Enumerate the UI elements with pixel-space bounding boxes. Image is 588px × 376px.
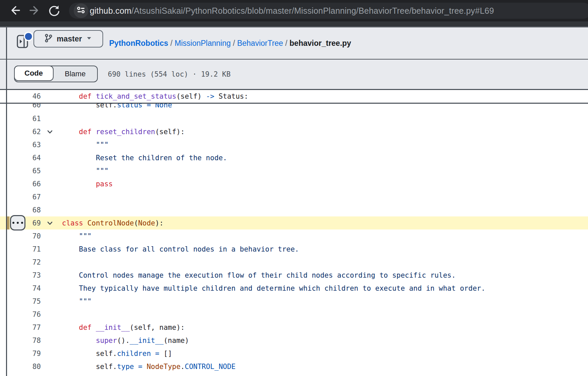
- code-line-text: """: [62, 229, 92, 243]
- code-token: def: [79, 323, 92, 332]
- code-token: CONTROL_NODE: [185, 363, 236, 371]
- forward-arrow-icon: [28, 4, 41, 18]
- reload-button[interactable]: [48, 4, 61, 18]
- code-token: __init__: [96, 323, 130, 332]
- code-row-76: 76: [0, 308, 588, 321]
- breadcrumb-item-pythonrobotics[interactable]: PythonRobotics: [109, 39, 168, 48]
- code-line-text: """: [62, 138, 108, 151]
- line-menu-button[interactable]: [10, 215, 25, 230]
- forward-button[interactable]: [28, 4, 42, 18]
- code-row-68: 68: [0, 203, 588, 216]
- branch-selector[interactable]: master: [33, 30, 103, 48]
- code-line-text: self.type = NodeType.CONTROL_NODE: [62, 360, 235, 373]
- panel-left-border: [6, 27, 7, 376]
- code-token: def: [79, 128, 92, 136]
- code-view: 46 def tick_and_set_status(self) -> Stat…: [0, 90, 588, 373]
- code-row-69: 69class ControlNode(Node):: [0, 216, 588, 229]
- code-line-text: pass: [62, 177, 113, 190]
- code-token: pass: [96, 180, 113, 188]
- code-token: Base class for all control nodes in a be…: [62, 245, 299, 253]
- code-row-72: 72: [0, 256, 588, 269]
- code-token: They typically have multiple children an…: [62, 284, 485, 292]
- code-token: [92, 323, 96, 332]
- branch-name: master: [57, 34, 82, 43]
- code-token: ().: [117, 337, 130, 345]
- code-token: [83, 219, 87, 227]
- back-arrow-icon: [8, 4, 21, 18]
- code-token: super: [96, 337, 117, 345]
- code-token: def: [79, 92, 92, 100]
- code-row-73: 73 Control nodes manage the execution fl…: [0, 269, 588, 282]
- address-bar[interactable]: github.com/AtsushiSakai/PythonRobotics/b…: [69, 3, 588, 19]
- code-token: [151, 350, 155, 358]
- site-settings-button[interactable]: [74, 3, 88, 18]
- code-token: Control nodes manage the execution flow …: [62, 271, 456, 279]
- code-token: self.: [62, 350, 117, 358]
- dot: [12, 222, 14, 224]
- code-token: tick_and_set_status: [96, 92, 176, 100]
- code-token: class: [62, 219, 83, 227]
- code-token: [62, 180, 96, 188]
- breadcrumb-item-behaviortree[interactable]: BehaviorTree: [237, 39, 283, 48]
- code-line-text: Reset the children of the node.: [62, 151, 227, 164]
- code-row-63: 63 """: [0, 138, 588, 151]
- code-token: [134, 363, 138, 371]
- code-row-64: 64 Reset the children of the node.: [0, 151, 588, 164]
- tab-code[interactable]: Code: [14, 66, 54, 81]
- breadcrumb-separator: /: [168, 39, 174, 48]
- code-token: (self):: [155, 128, 185, 136]
- code-token: [62, 323, 79, 332]
- back-button[interactable]: [8, 4, 21, 18]
- breadcrumb: PythonRobotics / MissionPlanning / Behav…: [109, 27, 351, 59]
- site-settings-icon: [76, 5, 86, 16]
- code-line-text: class ControlNode(Node):: [62, 216, 163, 229]
- code-line-text: def __init__(self, name):: [62, 321, 185, 334]
- code-line-text: Base class for all control nodes in a be…: [62, 243, 299, 256]
- chrome-bottom-strip: [0, 21, 588, 26]
- code-token: type: [117, 363, 134, 371]
- code-token: =: [147, 104, 151, 109]
- code-line-text: def tick_and_set_status(self) -> Status:: [62, 90, 248, 103]
- tab-blame[interactable]: Blame: [54, 66, 97, 82]
- code-line-text: super().__init__(name): [62, 334, 189, 347]
- code-token: [92, 128, 96, 136]
- code-token: status: [117, 104, 142, 109]
- git-branch-icon: [45, 34, 53, 44]
- dot: [17, 222, 19, 224]
- code-token: self.: [62, 104, 117, 109]
- code-token: ControlNode: [87, 219, 134, 227]
- code-line-text: """: [62, 295, 92, 308]
- code-token: .: [180, 363, 185, 371]
- browser-toolbar: github.com/AtsushiSakai/PythonRobotics/b…: [0, 0, 588, 21]
- code-row-74: 74 They typically have multiple children…: [0, 282, 588, 295]
- code-token: [142, 104, 147, 109]
- code-token: Node: [138, 219, 155, 227]
- code-row-77: 77 def __init__(self, name):: [0, 321, 588, 334]
- collapse-chevron-icon[interactable]: [46, 127, 54, 136]
- code-token: =: [138, 363, 143, 371]
- code-row-65: 65 """: [0, 164, 588, 177]
- code-token: __init__: [130, 337, 163, 345]
- code-token: [92, 92, 96, 100]
- code-token: (: [134, 219, 138, 227]
- code-line-text: They typically have multiple children an…: [62, 282, 485, 295]
- code-line-text: self.children = []: [62, 347, 172, 360]
- code-token: [62, 337, 96, 345]
- breadcrumb-item-missionplanning[interactable]: MissionPlanning: [175, 39, 231, 48]
- code-row-66: 66 pass: [0, 177, 588, 190]
- collapse-chevron-icon[interactable]: [46, 219, 54, 227]
- code-rows: 6162 def reset_children(self):63 """64 R…: [0, 112, 588, 373]
- dot: [21, 222, 23, 224]
- code-line-text: """: [62, 164, 108, 177]
- code-line-text: self.status = None: [62, 104, 172, 111]
- code-token: (self): [176, 92, 206, 100]
- code-token: [151, 104, 155, 109]
- code-token: Reset the children of the node.: [62, 154, 227, 162]
- code-token: ->: [206, 92, 214, 100]
- code-row-61: 61: [0, 112, 588, 125]
- code-token: children: [117, 350, 151, 358]
- code-token: Status:: [214, 92, 248, 100]
- reload-icon: [48, 4, 61, 18]
- code-token: NodeType: [147, 363, 180, 371]
- expand-file-tree-button[interactable]: [15, 31, 33, 49]
